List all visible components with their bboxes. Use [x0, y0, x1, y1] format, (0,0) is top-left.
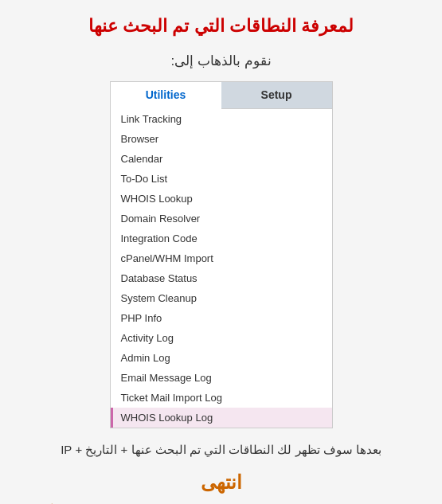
bottom-text: بعدها سوف تظهر لك النطاقات التي تم البحث… [16, 440, 426, 459]
menu-item-link-tracking[interactable]: Link Tracking [111, 109, 332, 129]
page-wrapper: لمعرفة النطاقات التي تم البحث عنها نقوم … [0, 0, 442, 504]
tab-utilities[interactable]: Utilities [111, 82, 221, 109]
subtitle: نقوم بالذهاب إلى: [16, 53, 426, 69]
menu-item-calendar[interactable]: Calendar [111, 149, 332, 169]
page-title: لمعرفة النطاقات التي تم البحث عنها [16, 16, 426, 37]
end-text: انتهى [16, 471, 426, 494]
menu-item-integration-code[interactable]: Integration Code [111, 229, 332, 248]
menu-item-system-cleanup[interactable]: System Cleanup [111, 288, 332, 308]
menu-list: Link Tracking Browser Calendar To-Do Lis… [111, 109, 332, 428]
tab-bar: Utilities Setup [111, 82, 332, 109]
menu-item-activity-log[interactable]: Activity Log [111, 328, 332, 348]
menu-item-ticket-mail-import-log[interactable]: Ticket Mail Import Log [111, 388, 332, 408]
menu-container: Utilities Setup Link Tracking Browser Ca… [110, 81, 333, 428]
menu-item-whois-lookup-log[interactable]: WHOIS Lookup Log [111, 408, 332, 428]
menu-item-domain-resolver[interactable]: Domain Resolver [111, 209, 332, 229]
menu-item-browser[interactable]: Browser [111, 129, 332, 149]
menu-item-whois-lookup[interactable]: WHOIS Lookup [111, 189, 332, 209]
tab-setup[interactable]: Setup [221, 82, 332, 108]
menu-item-cpanel[interactable]: cPanel/WHM Import [111, 248, 332, 268]
menu-item-admin-log[interactable]: Admin Log [111, 348, 332, 368]
menu-item-php-info[interactable]: PHP Info [111, 308, 332, 328]
menu-item-todo[interactable]: To-Do List [111, 169, 332, 189]
menu-item-email-message-log[interactable]: Email Message Log [111, 368, 332, 388]
menu-item-database-status[interactable]: Database Status [111, 268, 332, 288]
